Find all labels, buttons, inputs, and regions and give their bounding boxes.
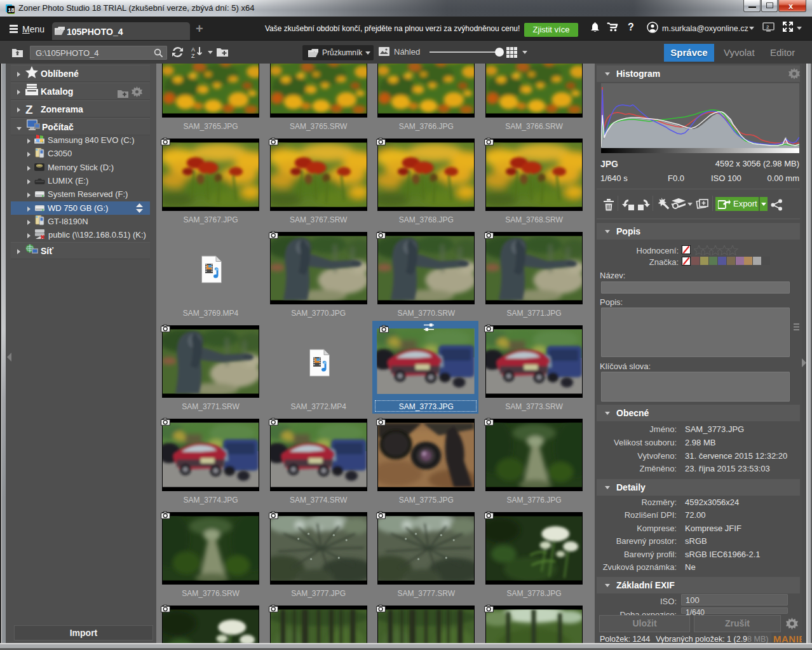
svg-text:A: A <box>191 46 195 53</box>
svg-text:Z: Z <box>191 53 195 58</box>
svg-text:2: 2 <box>766 24 769 30</box>
